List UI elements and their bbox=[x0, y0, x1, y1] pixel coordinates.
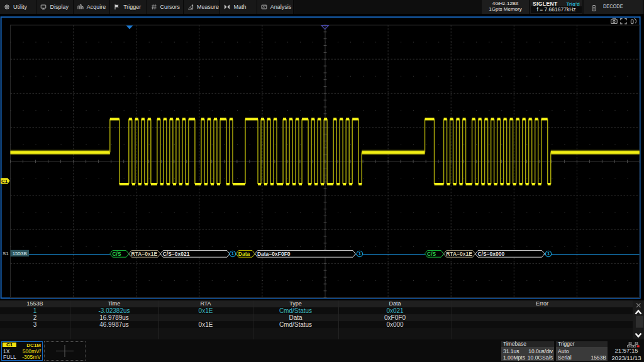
svg-text:C/S=0x021: C/S=0x021 bbox=[163, 251, 190, 257]
svg-text:Data=0xF0F0: Data=0xF0F0 bbox=[257, 251, 291, 257]
svg-text:1553B: 1553B bbox=[13, 251, 27, 256]
svg-text:C/S: C/S bbox=[112, 251, 121, 257]
svg-text:S1: S1 bbox=[3, 251, 9, 256]
svg-text:C1: C1 bbox=[1, 178, 8, 184]
svg-text:1: 1 bbox=[547, 251, 550, 256]
svg-text:Data: Data bbox=[238, 251, 250, 257]
svg-text:1: 1 bbox=[231, 251, 234, 256]
svg-text:RTA=0x1E: RTA=0x1E bbox=[446, 251, 472, 257]
svg-text:C/S: C/S bbox=[427, 251, 436, 257]
svg-text:1: 1 bbox=[358, 251, 361, 256]
svg-text:RTA=0x1E: RTA=0x1E bbox=[131, 251, 158, 257]
svg-text:C/S=0x000: C/S=0x000 bbox=[477, 251, 504, 257]
